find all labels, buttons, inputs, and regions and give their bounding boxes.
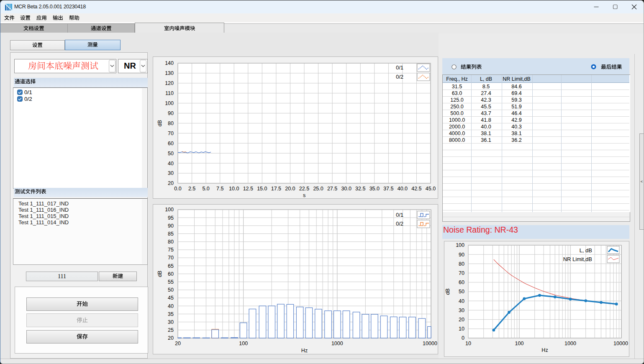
svg-text:0/2: 0/2 bbox=[396, 74, 403, 80]
svg-text:L, dB: L, dB bbox=[580, 247, 592, 254]
svg-text:10: 10 bbox=[459, 326, 464, 332]
svg-text:1000: 1000 bbox=[564, 341, 576, 346]
svg-text:90: 90 bbox=[168, 223, 174, 229]
svg-text:30: 30 bbox=[459, 308, 464, 313]
svg-text:20: 20 bbox=[168, 335, 174, 341]
svg-text:20: 20 bbox=[168, 180, 174, 186]
svg-text:s: s bbox=[303, 192, 305, 198]
svg-text:25.0: 25.0 bbox=[313, 186, 323, 192]
svg-text:70: 70 bbox=[459, 270, 464, 276]
svg-text:100: 100 bbox=[165, 207, 174, 213]
svg-text:dB: dB bbox=[157, 120, 163, 126]
svg-text:35.0: 35.0 bbox=[369, 186, 380, 192]
svg-text:95: 95 bbox=[168, 215, 174, 221]
svg-text:40.0: 40.0 bbox=[398, 186, 408, 192]
svg-text:17.5: 17.5 bbox=[271, 186, 281, 192]
svg-text:100: 100 bbox=[515, 341, 524, 346]
svg-text:50: 50 bbox=[168, 151, 174, 156]
svg-text:15.0: 15.0 bbox=[257, 186, 267, 192]
svg-text:60: 60 bbox=[459, 279, 464, 285]
svg-text:40: 40 bbox=[168, 303, 174, 309]
svg-text:Hz: Hz bbox=[541, 347, 548, 353]
svg-text:10000: 10000 bbox=[613, 341, 628, 346]
svg-text:20.0: 20.0 bbox=[285, 186, 295, 192]
svg-text:32.5: 32.5 bbox=[355, 186, 365, 192]
svg-text:75: 75 bbox=[168, 247, 174, 253]
svg-text:90: 90 bbox=[168, 110, 174, 116]
svg-text:12.5: 12.5 bbox=[243, 186, 253, 192]
svg-text:10: 10 bbox=[465, 341, 471, 346]
svg-text:100: 100 bbox=[456, 242, 464, 248]
svg-text:30: 30 bbox=[168, 170, 174, 176]
svg-text:100: 100 bbox=[239, 341, 248, 346]
svg-text:110: 110 bbox=[165, 90, 174, 96]
svg-text:85: 85 bbox=[168, 231, 174, 237]
svg-text:35: 35 bbox=[168, 311, 174, 317]
svg-text:100: 100 bbox=[165, 100, 174, 106]
svg-text:37.5: 37.5 bbox=[383, 186, 393, 192]
svg-text:5.0: 5.0 bbox=[202, 186, 209, 192]
svg-text:22.5: 22.5 bbox=[299, 186, 309, 192]
svg-text:dB: dB bbox=[445, 288, 451, 295]
svg-text:70: 70 bbox=[168, 131, 174, 136]
svg-text:42.5: 42.5 bbox=[411, 186, 421, 192]
svg-text:25: 25 bbox=[168, 327, 174, 333]
svg-text:0: 0 bbox=[462, 335, 464, 341]
svg-text:10000: 10000 bbox=[423, 341, 437, 346]
svg-text:NR Limit,dB: NR Limit,dB bbox=[563, 256, 592, 262]
svg-text:65: 65 bbox=[168, 263, 174, 269]
svg-text:80: 80 bbox=[168, 239, 174, 245]
svg-text:20: 20 bbox=[459, 317, 464, 323]
svg-text:30.0: 30.0 bbox=[341, 186, 352, 192]
svg-text:45: 45 bbox=[168, 295, 174, 301]
svg-text:0/1: 0/1 bbox=[396, 212, 403, 218]
svg-text:40: 40 bbox=[459, 298, 464, 304]
svg-text:140: 140 bbox=[165, 60, 174, 66]
svg-text:0/1: 0/1 bbox=[396, 64, 403, 71]
svg-text:130: 130 bbox=[165, 70, 174, 76]
svg-text:60: 60 bbox=[168, 141, 174, 146]
svg-text:80: 80 bbox=[459, 261, 464, 267]
svg-text:1000: 1000 bbox=[331, 341, 343, 346]
svg-text:dB: dB bbox=[157, 271, 163, 277]
svg-text:Hz: Hz bbox=[301, 348, 308, 354]
svg-text:27.5: 27.5 bbox=[327, 186, 337, 192]
svg-text:40: 40 bbox=[168, 161, 174, 167]
svg-text:55: 55 bbox=[168, 279, 174, 285]
svg-text:7.5: 7.5 bbox=[216, 186, 223, 192]
svg-text:0/2: 0/2 bbox=[396, 220, 403, 227]
svg-text:50: 50 bbox=[168, 287, 174, 293]
svg-text:50: 50 bbox=[459, 289, 464, 295]
svg-text:2.5: 2.5 bbox=[188, 186, 195, 192]
svg-text:30: 30 bbox=[168, 319, 174, 325]
svg-text:80: 80 bbox=[168, 120, 174, 126]
svg-text:45.0: 45.0 bbox=[426, 186, 436, 192]
svg-text:10.0: 10.0 bbox=[229, 186, 239, 192]
svg-text:20: 20 bbox=[175, 341, 181, 346]
svg-text:0.0: 0.0 bbox=[174, 186, 181, 192]
svg-text:90: 90 bbox=[459, 252, 464, 258]
svg-text:70: 70 bbox=[168, 255, 174, 261]
svg-text:60: 60 bbox=[168, 271, 174, 277]
svg-text:120: 120 bbox=[165, 80, 174, 86]
